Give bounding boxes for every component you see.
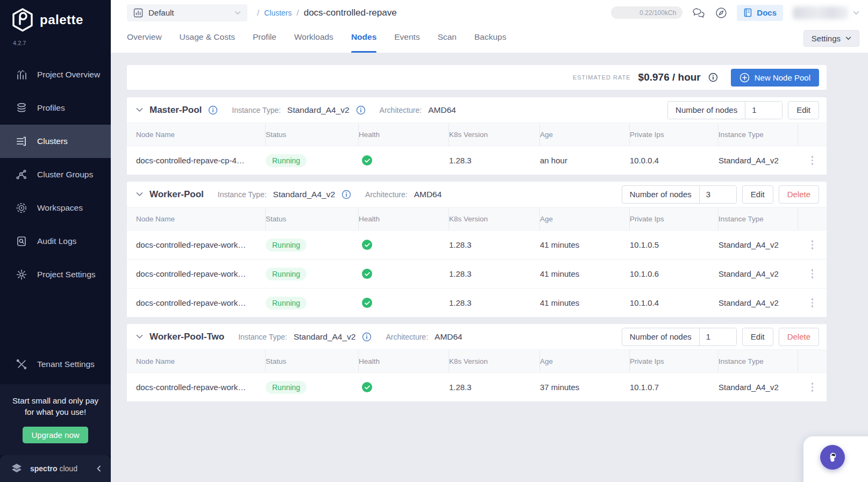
feedback-chat-icon[interactable] [692,7,706,19]
tab-nodes[interactable]: Nodes [351,25,376,53]
node-k8s-version: 1.28.3 [449,156,540,165]
col-health: Health [359,207,449,230]
instance-type-label: Instance Type: [218,190,267,199]
number-of-nodes-input[interactable] [745,102,782,119]
help-astronaut-button[interactable] [820,445,845,470]
pool-info-icon[interactable] [208,105,218,115]
collapse-pool-icon[interactable] [136,334,143,339]
sidebar-item-project-settings[interactable]: Project Settings [0,258,111,291]
sidebar-spacer [0,291,111,348]
docs-label: Docs [757,8,777,17]
tab-usage-costs[interactable]: Usage & Costs [180,25,235,53]
node-status: Running [266,154,359,167]
project-chart-icon [133,8,143,18]
new-node-pool-button[interactable]: New Node Pool [731,69,819,87]
sidebar-item-tenant-settings[interactable]: Tenant Settings [0,348,111,381]
tab-overview[interactable]: Overview [127,25,162,53]
estimated-rate-label: ESTIMATED RATE [573,74,631,81]
col-age: Age [540,123,630,146]
spectro-cloud-wordmark: spectro cloud [30,464,77,473]
sidebar-item-label: Profiles [37,103,65,113]
brand-name: palette [40,12,83,27]
settings-dropdown-button[interactable]: Settings [803,30,859,47]
sidebar-item-profiles[interactable]: Profiles [0,91,111,125]
nodes-content: ESTIMATED RATE $0.976 / hour New Node Po… [111,53,868,482]
plus-circle-icon [739,73,750,83]
node-age: 37 minutes [540,383,630,392]
tab-backups[interactable]: Backups [474,25,506,53]
sidebar-footer: spectro cloud [0,455,111,482]
sidebar-item-workspaces[interactable]: Workspaces [0,191,111,225]
node-k8s-version: 1.28.3 [449,298,540,307]
row-actions-kebab-icon[interactable] [809,296,816,310]
node-private-ip: 10.0.0.4 [630,156,718,165]
col-status: Status [266,350,359,372]
architecture-label: Architecture: [386,333,428,341]
edit-pool-button[interactable]: Edit [742,328,773,346]
user-name-redacted [793,6,849,19]
row-actions-kebab-icon[interactable] [809,267,816,280]
upgrade-now-button[interactable]: Upgrade now [23,427,88,443]
sidebar-item-cluster-groups[interactable]: Cluster Groups [0,158,111,191]
node-table-header: Node Name Status Health K8s Version Age … [127,123,827,146]
edit-pool-button[interactable]: Edit [788,101,819,119]
instance-type-label: Instance Type: [238,333,287,341]
collapse-sidebar-icon[interactable] [96,465,102,472]
instance-type-info-icon[interactable] [362,332,372,342]
row-actions-kebab-icon[interactable] [809,154,816,167]
number-of-nodes-input[interactable] [700,186,736,203]
breadcrumb-separator: / [297,8,299,17]
health-check-icon [362,240,372,250]
row-actions-kebab-icon[interactable] [809,238,816,251]
chevron-down-icon [853,11,859,15]
node-table-header: Node Name Status Health K8s Version Age … [127,349,827,372]
node-health [359,298,449,308]
col-actions [798,207,827,230]
node-pool-worker: Worker-Pool Instance Type: Standard_A4_v… [127,182,827,317]
project-selector[interactable]: Default [127,4,247,21]
sidebar-item-audit-logs[interactable]: Audit Logs [0,225,111,258]
node-health [359,240,449,250]
architecture-value: AMD64 [414,190,442,199]
delete-pool-button[interactable]: Delete [779,185,819,204]
breadcrumb-current-cluster: docs-controlled-repave [304,8,397,18]
instance-type-info-icon[interactable] [356,105,366,115]
number-of-nodes-group: Number of nodes [667,101,782,119]
tab-events[interactable]: Events [394,25,419,53]
node-private-ip: 10.1.0.6 [630,269,718,278]
node-age: 41 minutes [540,298,630,307]
col-instance-type: Instance Type [718,123,798,146]
col-k8s-version: K8s Version [449,123,540,146]
chevron-down-icon [845,37,851,40]
collapse-pool-icon[interactable] [136,192,143,197]
node-row: docs-controlled-repave-work… Running 1.2… [127,372,827,401]
explore-compass-icon[interactable] [715,7,727,19]
network-icon [15,168,28,181]
sidebar-item-clusters[interactable]: Clusters [0,125,111,158]
collapse-pool-icon[interactable] [136,107,143,112]
delete-pool-button[interactable]: Delete [779,328,819,346]
col-status: Status [266,207,359,230]
row-actions-kebab-icon[interactable] [809,380,816,394]
user-menu[interactable] [793,6,859,19]
number-of-nodes-input[interactable] [700,328,736,346]
tab-scan[interactable]: Scan [438,25,457,53]
project-selector-value: Default [148,8,229,17]
docs-button[interactable]: Docs [737,5,783,21]
sidebar-item-project-overview[interactable]: Project Overview [0,58,111,91]
cloud-text: cloud [59,464,77,473]
edit-pool-button[interactable]: Edit [742,185,773,204]
node-instance-type: Standard_A4_v2 [718,383,798,392]
instance-type-info-icon[interactable] [341,190,351,199]
server-list-icon [15,135,28,148]
node-instance-type: Standard_A4_v2 [718,240,798,249]
rate-info-icon[interactable] [708,73,718,82]
breadcrumb-clusters-link[interactable]: Clusters [264,9,291,17]
col-node-name: Node Name [136,123,266,146]
architecture-value: AMD64 [435,332,463,342]
node-status: Running [266,297,359,310]
node-name: docs-controlled-repave-work… [136,240,266,249]
status-badge: Running [266,381,307,394]
tab-workloads[interactable]: Workloads [294,25,333,53]
tab-profile[interactable]: Profile [253,25,276,53]
